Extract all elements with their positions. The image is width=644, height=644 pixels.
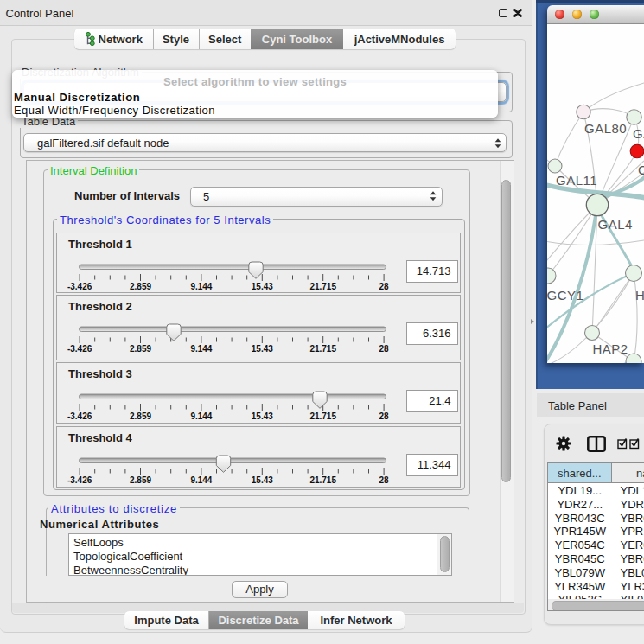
svg-text:9.144: 9.144: [190, 344, 212, 354]
svg-text:9.144: 9.144: [190, 475, 212, 484]
svg-text:2.859: 2.859: [130, 344, 151, 354]
svg-text:9.144: 9.144: [190, 282, 212, 291]
svg-text:9.144: 9.144: [190, 411, 212, 420]
svg-text:-3.426: -3.426: [67, 344, 92, 354]
svg-text:-3.426: -3.426: [67, 282, 92, 291]
svg-text:GA: GA: [633, 125, 644, 140]
svg-text:H: H: [635, 287, 644, 302]
svg-text:C: C: [638, 163, 644, 177]
svg-text:21.715: 21.715: [309, 475, 336, 484]
svg-text:GCY1: GCY1: [547, 288, 583, 303]
svg-text:-3.426: -3.426: [67, 411, 92, 420]
svg-text:2.859: 2.859: [130, 475, 151, 484]
svg-text:21.715: 21.715: [309, 411, 336, 420]
svg-text:28: 28: [379, 411, 390, 420]
svg-text:2.859: 2.859: [130, 282, 151, 291]
svg-text:15.43: 15.43: [252, 282, 273, 291]
svg-text:28: 28: [379, 344, 390, 354]
svg-text:15.43: 15.43: [252, 344, 273, 354]
svg-text:28: 28: [379, 475, 390, 484]
svg-text:HAP2: HAP2: [593, 341, 628, 355]
svg-text:GAL80: GAL80: [584, 121, 627, 136]
svg-text:15.43: 15.43: [252, 411, 273, 420]
svg-text:GAL4: GAL4: [598, 216, 633, 231]
svg-text:GAL11: GAL11: [556, 173, 597, 188]
svg-text:21.715: 21.715: [309, 344, 336, 354]
svg-text:-3.426: -3.426: [67, 475, 92, 484]
svg-text:2.859: 2.859: [130, 411, 151, 420]
svg-text:15.43: 15.43: [252, 475, 273, 484]
svg-text:21.715: 21.715: [309, 282, 336, 291]
svg-text:28: 28: [379, 282, 390, 291]
